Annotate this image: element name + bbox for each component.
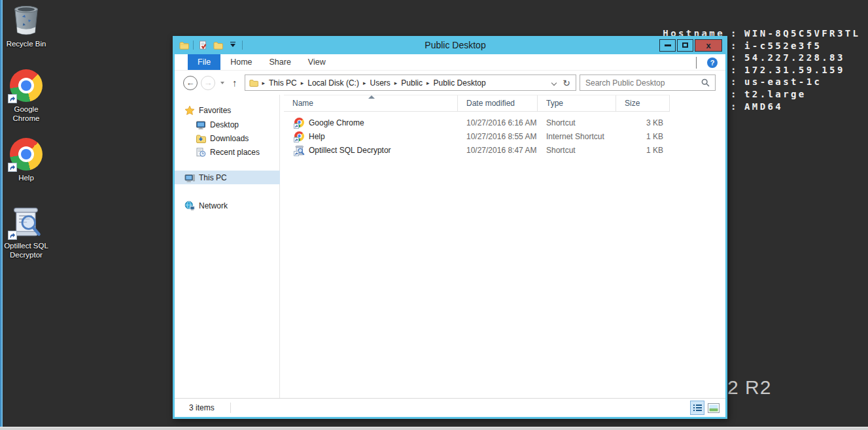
breadcrumb-separator-icon: ▸ <box>391 80 402 86</box>
maximize-button[interactable] <box>677 39 693 52</box>
this-pc-icon <box>184 173 195 183</box>
refresh-button[interactable]: ↻ <box>563 78 570 88</box>
file-date: 10/27/2016 6:16 AM <box>458 118 538 127</box>
breadcrumb-separator-icon: ▸ <box>258 80 269 86</box>
breadcrumb-public[interactable]: Public <box>401 78 423 88</box>
tab-view[interactable]: View <box>300 54 334 70</box>
column-header-size[interactable]: Size <box>616 95 670 111</box>
desktop-icon-google-chrome[interactable]: Google Chrome <box>0 69 52 123</box>
nav-item-recent-places[interactable]: Recent places <box>175 145 280 159</box>
address-bar[interactable]: ▸ This PC ▸ Local Disk (C:) ▸ Users ▸ Pu… <box>245 74 577 91</box>
desktop-icon-optillect-sql-decryptor[interactable]: Optillect SQL Decryptor <box>0 205 52 259</box>
expand-ribbon-button[interactable] <box>696 57 697 69</box>
breadcrumb-this-pc[interactable]: This PC <box>269 78 297 88</box>
folder-icon <box>249 79 258 87</box>
recycle-bin-icon <box>9 3 43 37</box>
desktop-monitor-icon <box>196 120 206 130</box>
network-icon <box>184 201 195 211</box>
search-box <box>580 74 716 91</box>
file-date: 10/27/2016 8:55 AM <box>458 132 538 141</box>
details-view-button[interactable] <box>690 401 704 415</box>
column-headers: Name Date modified Type Size <box>284 95 670 112</box>
minimize-button[interactable] <box>659 39 676 52</box>
window-body: File Home Share View ? ← → ↑ <box>175 54 725 417</box>
file-row-google-chrome[interactable]: Google Chrome 10/27/2016 6:16 AM Shortcu… <box>284 116 725 129</box>
previous-locations-dropdown[interactable] <box>551 80 557 85</box>
close-button[interactable]: x <box>695 39 722 52</box>
recent-locations-dropdown[interactable] <box>220 82 224 84</box>
desktop-icon-label: Recycle Bin <box>0 39 52 48</box>
tab-share[interactable]: Share <box>261 54 300 70</box>
shortcut-arrow-icon <box>8 231 17 240</box>
separator <box>193 41 194 50</box>
new-folder-button[interactable] <box>212 39 224 51</box>
column-header-date-modified[interactable]: Date modified <box>458 95 538 111</box>
file-name: Optillect SQL Decryptor <box>309 146 391 155</box>
search-input[interactable] <box>585 78 701 88</box>
hostname-value: WIN-8Q5C5VFR3TL <box>744 27 860 40</box>
breadcrumb-users[interactable]: Users <box>370 78 390 88</box>
breadcrumb-local-disk-c[interactable]: Local Disk (C:) <box>307 78 359 88</box>
downloads-folder-icon <box>196 133 206 144</box>
chevron-down-icon <box>230 44 235 47</box>
forward-button[interactable]: → <box>201 76 215 90</box>
desktop: Hostname:WIN-8Q5C5VFR3TL :i-c552e3f5 :54… <box>0 0 868 430</box>
quick-access-toolbar <box>173 39 251 51</box>
file-type: Internet Shortcut <box>538 132 616 141</box>
search-icon <box>701 78 710 87</box>
window-title: Public Desktop <box>251 40 659 50</box>
recent-places-icon <box>196 147 206 157</box>
screen-edge-bottom <box>0 427 868 430</box>
file-name: Help <box>309 132 325 141</box>
nav-item-downloads[interactable]: Downloads <box>175 131 280 145</box>
desktop-icon-help[interactable]: Help <box>0 137 52 182</box>
ribbon-tabs: File Home Share View ? <box>175 54 725 71</box>
breadcrumb-public-desktop[interactable]: Public Desktop <box>434 78 486 88</box>
tab-home[interactable]: Home <box>222 54 260 70</box>
shortcut-arrow-icon <box>294 137 299 142</box>
breadcrumb-separator-icon: ▸ <box>423 80 434 86</box>
file-row-help[interactable]: Help 10/27/2016 8:55 AM Internet Shortcu… <box>284 129 725 143</box>
nav-item-this-pc[interactable]: This PC <box>175 171 280 184</box>
close-icon: x <box>706 41 710 50</box>
shortcut-arrow-icon <box>8 163 17 172</box>
titlebar: Public Desktop x <box>173 36 727 54</box>
breadcrumb-separator-icon: ▸ <box>359 80 370 86</box>
file-type: Shortcut <box>538 146 616 155</box>
nav-item-favorites[interactable]: Favorites <box>175 103 280 117</box>
thumbnails-view-button[interactable] <box>708 403 720 413</box>
window-folder-icon <box>178 39 190 51</box>
explorer-window: Public Desktop x File Home Share View ? <box>173 36 727 419</box>
file-date: 10/27/2016 8:47 AM <box>458 146 538 155</box>
favorites-star-icon <box>184 105 195 116</box>
chrome-icon <box>294 131 305 142</box>
navigation-pane: Favorites Desktop Downloads <box>175 95 280 398</box>
nav-item-network[interactable]: Network <box>175 199 280 212</box>
properties-button[interactable] <box>197 39 209 51</box>
file-list: Name Date modified Type Size <box>281 95 725 398</box>
status-bar: 3 items <box>175 398 725 417</box>
shortcut-arrow-icon <box>8 94 17 103</box>
file-size: 1 KB <box>616 146 670 155</box>
tab-file[interactable]: File <box>188 54 220 70</box>
desktop-icon-label: Optillect SQL Decryptor <box>0 241 52 259</box>
minimize-icon <box>665 44 671 46</box>
up-button[interactable]: ↑ <box>232 77 237 88</box>
shortcut-arrow-icon <box>294 151 299 156</box>
file-row-optillect-sql-decryptor[interactable]: Optillect SQL Decryptor 10/27/2016 8:47 … <box>284 143 725 157</box>
back-button[interactable]: ← <box>183 76 198 90</box>
os-watermark: 2 R2 <box>727 376 771 399</box>
nav-item-desktop[interactable]: Desktop <box>175 118 280 131</box>
desktop-icon-label: Google Chrome <box>0 105 52 123</box>
help-button[interactable]: ? <box>707 58 718 68</box>
shortcut-arrow-icon <box>294 124 299 129</box>
desktop-icon-label: Help <box>0 173 52 182</box>
separator <box>230 403 231 413</box>
file-size: 1 KB <box>616 132 670 141</box>
column-header-type[interactable]: Type <box>538 95 616 111</box>
file-name: Google Chrome <box>309 118 364 127</box>
customize-toolbar-dropdown[interactable] <box>227 39 239 51</box>
desktop-icon-recycle-bin[interactable]: Recycle Bin <box>0 3 52 48</box>
breadcrumb-separator-icon: ▸ <box>297 80 308 86</box>
items-count: 3 items <box>189 403 215 412</box>
